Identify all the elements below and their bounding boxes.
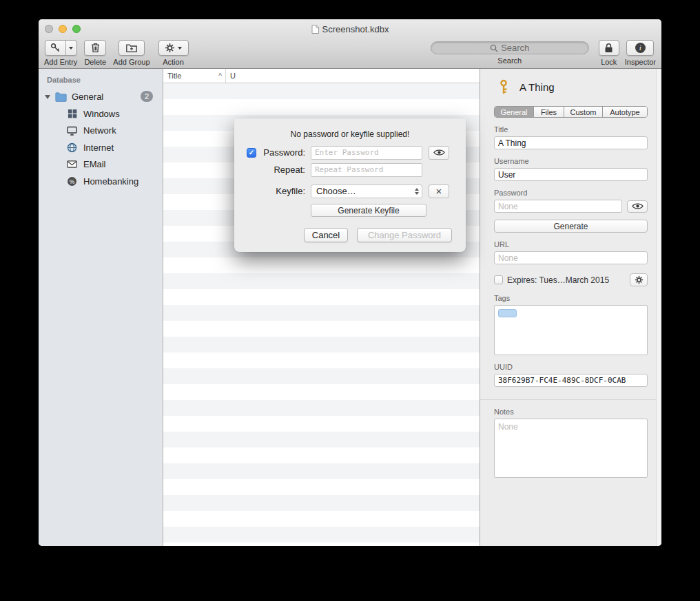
gear-icon: [635, 275, 644, 284]
add-entry-button[interactable]: [45, 40, 77, 56]
title-field[interactable]: [494, 136, 648, 149]
window-title-text: Screenshot.kdbx: [322, 24, 389, 34]
chevron-down-icon: [69, 47, 73, 50]
search-input[interactable]: Search: [431, 41, 589, 54]
delete-label: Delete: [84, 58, 106, 66]
add-entry-dropdown[interactable]: [66, 41, 76, 55]
clear-keyfile-button[interactable]: [429, 184, 449, 198]
search-placeholder-text: Search: [501, 43, 529, 53]
sheet-form: Password: Repeat: Keyfile:: [234, 145, 466, 217]
disclosure-triangle-icon[interactable]: [45, 95, 50, 99]
notes-label: Notes: [494, 408, 648, 416]
password-field-label: Password: [494, 189, 648, 197]
sidebar-item-homebanking[interactable]: % Homebanking: [39, 173, 163, 190]
add-entry-item: Add Entry: [44, 40, 77, 66]
tab-files[interactable]: Files: [534, 107, 564, 117]
sidebar-item-email[interactable]: EMail: [39, 156, 163, 173]
expires-label: Expires: Tues…March 2015: [507, 275, 609, 285]
tab-custom[interactable]: Custom: [564, 107, 603, 117]
username-field[interactable]: [494, 168, 648, 181]
close-button[interactable]: [45, 25, 53, 33]
eye-icon: [632, 202, 644, 210]
delete-button[interactable]: [84, 40, 106, 56]
minimize-button[interactable]: [59, 25, 67, 33]
sidebar-item-label: Windows: [83, 109, 120, 119]
sidebar-item-network[interactable]: Network: [39, 123, 163, 140]
username-field-label: Username: [494, 157, 648, 165]
sidebar-group-general[interactable]: General 2: [39, 88, 163, 105]
sidebar-item-label: Network: [83, 125, 116, 136]
generate-password-button[interactable]: Generate: [494, 220, 648, 233]
inspector-header: A Thing: [494, 69, 648, 95]
titlebar: Screenshot.kdbx: [39, 19, 661, 39]
reveal-password-button[interactable]: [627, 200, 648, 213]
inspector-label: Inspector: [625, 58, 656, 66]
uuid-label: UUID: [494, 363, 648, 371]
window-content: Database General 2 Windows Network: [39, 69, 661, 546]
change-password-sheet: No password or keyfile supplied! Passwor…: [234, 118, 466, 252]
window-title: Screenshot.kdbx: [311, 24, 389, 34]
add-entry-label: Add Entry: [44, 58, 77, 66]
column-header-username[interactable]: U: [226, 69, 480, 83]
percent-coin-icon: %: [66, 176, 78, 187]
tags-box[interactable]: [494, 305, 648, 355]
cancel-button[interactable]: Cancel: [304, 228, 348, 242]
lock-icon: [604, 43, 613, 53]
notes-field[interactable]: [494, 419, 648, 478]
keyfile-dialog-label: Keyfile:: [260, 186, 305, 196]
svg-text:%: %: [70, 178, 75, 184]
reveal-dialog-password-button[interactable]: [429, 146, 449, 160]
entry-list-header: Title ^ U: [163, 69, 480, 83]
change-password-button[interactable]: Change Password: [357, 228, 452, 242]
tag-chip[interactable]: [498, 309, 517, 317]
action-button[interactable]: [158, 40, 189, 56]
url-field-label: URL: [494, 240, 648, 249]
sheet-buttons: Cancel Change Password: [234, 228, 466, 242]
generate-keyfile-row: Generate Keyfile: [234, 204, 466, 217]
zoom-button[interactable]: [72, 25, 81, 33]
gold-key-icon: [497, 79, 511, 95]
search-item: Search Search: [431, 40, 589, 65]
sidebar-section-header: Database: [39, 73, 163, 88]
keyfile-select[interactable]: Choose…: [311, 184, 422, 198]
info-icon: i: [635, 43, 646, 53]
lock-item: Lock: [599, 40, 619, 66]
uuid-field[interactable]: [494, 374, 648, 387]
sidebar-item-label: Homebanking: [83, 176, 138, 187]
desktop: { "window": { "title": "Screenshot.kdbx"…: [0, 0, 700, 601]
tags-label: Tags: [494, 294, 648, 302]
expires-checkbox[interactable]: [494, 275, 503, 284]
password-field[interactable]: [494, 200, 622, 213]
repeat-dialog-input[interactable]: [311, 163, 422, 177]
keyfile-select-value: Choose…: [316, 186, 356, 196]
add-group-item: Add Group: [113, 40, 150, 66]
expires-settings-button[interactable]: [630, 273, 648, 286]
password-checkbox[interactable]: [247, 148, 256, 158]
add-entry-main-segment[interactable]: [45, 41, 66, 55]
sidebar-item-windows[interactable]: Windows: [39, 105, 163, 123]
lock-button[interactable]: [599, 40, 619, 56]
generate-keyfile-button[interactable]: Generate Keyfile: [311, 204, 426, 217]
tab-autotype[interactable]: Autotype: [603, 107, 647, 117]
inspector-scrollbar[interactable]: [656, 69, 661, 546]
url-field[interactable]: [494, 251, 648, 264]
sidebar-group-label: General: [72, 92, 103, 102]
sidebar-item-internet[interactable]: Internet: [39, 139, 163, 156]
password-dialog-input[interactable]: [311, 146, 422, 160]
envelope-icon: [66, 160, 78, 168]
close-icon: [436, 186, 442, 197]
title-field-label: Title: [494, 125, 648, 134]
gear-icon: [165, 43, 175, 53]
inspector-button[interactable]: i: [626, 40, 654, 56]
document-icon: [311, 25, 319, 34]
delete-item: Delete: [84, 40, 106, 66]
stepper-icon: [415, 188, 419, 195]
sidebar-item-label: Internet: [83, 143, 114, 153]
add-group-button[interactable]: [119, 40, 145, 56]
entry-count-badge: 2: [141, 91, 153, 102]
tab-general[interactable]: General: [495, 107, 534, 117]
add-group-label: Add Group: [113, 58, 150, 66]
column-header-title[interactable]: Title ^: [163, 69, 226, 83]
globe-icon: [66, 143, 78, 153]
monitor-icon: [66, 126, 78, 136]
